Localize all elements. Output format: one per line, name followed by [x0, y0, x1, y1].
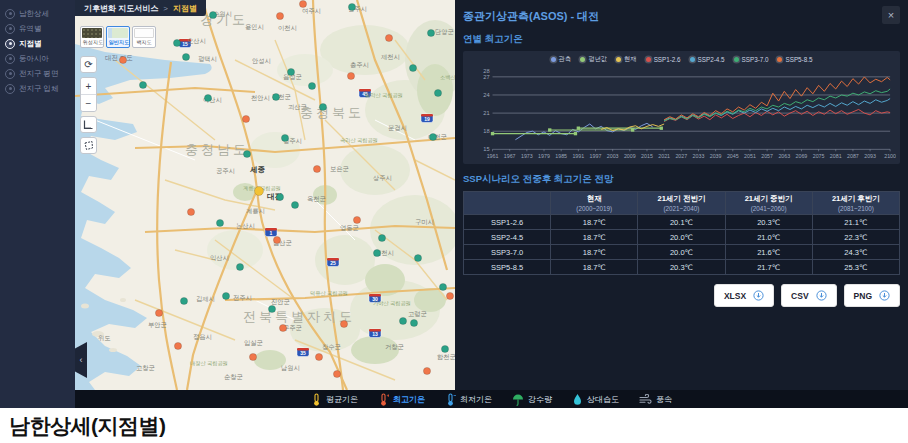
download-button-label: XLSX — [724, 291, 746, 301]
station-marker[interactable] — [313, 165, 320, 172]
variable-강수량[interactable]: 강수량 — [512, 393, 552, 406]
station-marker[interactable] — [139, 81, 146, 88]
breadcrumb-root[interactable]: 기후변화 지도서비스 — [84, 3, 158, 14]
map-label-순창군: 순창군 — [224, 373, 243, 381]
legend-item-관측[interactable]: 관측 — [551, 55, 572, 64]
base-map[interactable]: 151253035451913 안산시수원시용인시이천시여주시원주시오산시안성시… — [75, 0, 455, 390]
sidebar-item-전지구 입체[interactable]: 전지구 입체 — [0, 81, 75, 96]
station-marker[interactable] — [446, 292, 453, 299]
station-marker[interactable] — [180, 297, 187, 304]
station-marker[interactable] — [236, 263, 243, 270]
legend-item-SSP2-4.5[interactable]: SSP2-4.5 — [690, 55, 725, 64]
legend-item-SSP1-2.6[interactable]: SSP1-2.6 — [646, 55, 681, 64]
chart-section-title: 연별 최고기온 — [463, 33, 900, 46]
station-marker[interactable] — [273, 236, 280, 243]
measure-distance-button[interactable] — [80, 116, 97, 133]
station-marker[interactable] — [434, 89, 441, 96]
map-type-백지도[interactable]: 백지도 — [132, 26, 156, 48]
station-marker[interactable] — [353, 216, 360, 223]
station-marker[interactable] — [242, 115, 249, 122]
variable-상대습도[interactable]: 상대습도 — [572, 393, 619, 406]
station-marker[interactable] — [272, 93, 279, 100]
thermometer-avg-icon — [311, 393, 322, 406]
station-marker[interactable] — [410, 319, 417, 326]
map-label-옥천군: 옥천군 — [307, 195, 326, 202]
zoom-in-button[interactable]: + — [81, 78, 96, 94]
station-marker[interactable] — [414, 254, 421, 261]
legend-item-SSP5-8.5[interactable]: SSP5-8.5 — [777, 55, 812, 64]
station-marker[interactable] — [281, 134, 288, 141]
sidebar-item-유역별[interactable]: 유역별 — [0, 21, 75, 36]
zoom-out-button[interactable]: − — [81, 95, 96, 111]
station-marker[interactable] — [378, 234, 385, 241]
map-type-일반지도[interactable]: 일반지도 — [106, 26, 130, 48]
station-marker[interactable] — [187, 208, 194, 215]
variable-최고기온[interactable]: +최고기온 — [378, 393, 425, 406]
station-marker[interactable] — [409, 64, 416, 71]
table-row-SSP5-8.5: SSP5-8.518.7℃20.3℃21.7℃25.3℃ — [464, 260, 900, 275]
station-marker[interactable] — [173, 39, 180, 46]
polygon-icon — [83, 140, 94, 151]
panel-title: 종관기상관측(ASOS) - 대전 — [463, 6, 599, 24]
station-marker[interactable] — [216, 219, 223, 226]
station-marker[interactable] — [348, 3, 355, 10]
legend-item-현재[interactable]: 현재 — [616, 55, 637, 64]
station-marker[interactable] — [308, 82, 315, 89]
breadcrumb: 기후변화 지도서비스 > 지점별 — [75, 0, 206, 16]
station-marker[interactable] — [439, 283, 446, 290]
legend-item-SSP3-7.0[interactable]: SSP3-7.0 — [734, 55, 769, 64]
station-marker[interactable] — [249, 353, 256, 360]
station-marker[interactable] — [155, 309, 162, 316]
svg-text:2003: 2003 — [607, 153, 619, 159]
variable-풍속[interactable]: 풍속 — [639, 394, 672, 405]
global-flat-icon — [5, 69, 15, 79]
station-marker[interactable] — [182, 53, 189, 60]
station-marker[interactable] — [423, 367, 430, 374]
station-marker[interactable] — [174, 342, 181, 349]
station-marker[interactable] — [222, 292, 229, 299]
download-csv-button[interactable]: CSV — [781, 284, 836, 307]
sidebar-item-전지구 평면[interactable]: 전지구 평면 — [0, 66, 75, 81]
station-marker[interactable] — [268, 305, 275, 312]
station-marker[interactable] — [255, 187, 264, 196]
station-marker[interactable] — [243, 150, 250, 157]
station-marker[interactable] — [276, 193, 283, 200]
map-type-switcher: 위성지도일반지도백지도 — [80, 26, 156, 48]
sidebar-item-남한상세[interactable]: 남한상세 — [0, 6, 75, 21]
station-marker[interactable] — [399, 317, 406, 324]
station-marker[interactable] — [279, 324, 286, 331]
download-xlsx-button[interactable]: XLSX — [714, 284, 774, 307]
download-png-button[interactable]: PNG — [844, 284, 900, 307]
station-marker[interactable] — [315, 353, 322, 360]
station-marker[interactable] — [441, 345, 448, 352]
sidebar-item-지점별[interactable]: 지점별 — [0, 36, 75, 51]
station-marker[interactable] — [291, 201, 298, 208]
measure-area-button[interactable] — [80, 137, 97, 154]
station-marker[interactable] — [347, 72, 354, 79]
close-button[interactable]: × — [882, 6, 900, 24]
station-marker[interactable] — [204, 94, 211, 101]
variable-평균기온[interactable]: 평균기온 — [311, 393, 358, 406]
station-marker[interactable] — [209, 11, 216, 18]
svg-text:27: 27 — [483, 74, 489, 80]
station-marker[interactable] — [119, 56, 126, 63]
sidebar-item-동아시아[interactable]: 동아시아 — [0, 51, 75, 66]
station-marker[interactable] — [287, 68, 294, 75]
svg-text:2069: 2069 — [796, 153, 808, 159]
map-label-임실군: 임실군 — [244, 339, 263, 346]
station-marker[interactable] — [385, 34, 392, 41]
station-marker[interactable] — [427, 29, 434, 36]
refresh-button[interactable]: ⟳ — [80, 56, 97, 73]
legend-item-평년값[interactable]: 평년값 — [580, 55, 607, 64]
station-marker[interactable] — [276, 12, 283, 19]
station-marker[interactable] — [429, 133, 436, 140]
station-marker[interactable] — [340, 320, 347, 327]
temperature-value: 20.3℃ — [638, 260, 725, 275]
station-marker[interactable] — [319, 103, 326, 110]
station-marker[interactable] — [373, 249, 380, 256]
map-type-위성지도[interactable]: 위성지도 — [80, 26, 104, 48]
station-marker[interactable] — [333, 370, 340, 377]
variable-최저기온[interactable]: −최저기온 — [445, 393, 492, 406]
station-marker[interactable] — [299, 0, 306, 7]
map-area[interactable]: 151253035451913 안산시수원시용인시이천시여주시원주시오산시안성시… — [75, 0, 455, 390]
